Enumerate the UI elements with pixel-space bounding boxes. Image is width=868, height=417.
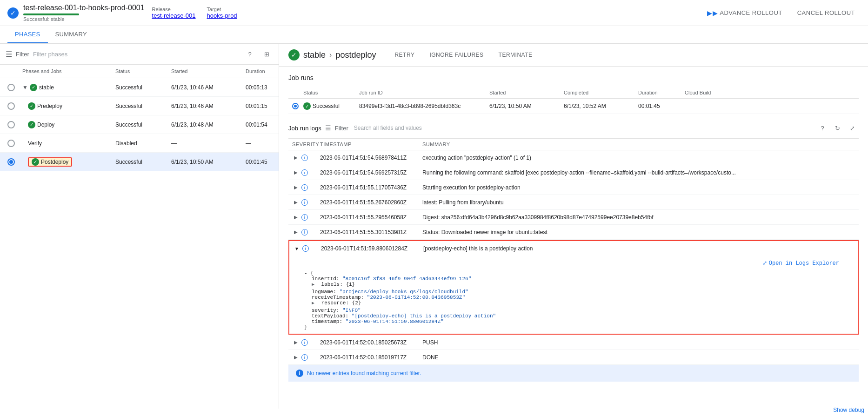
- job-table-header: Status Job run ID Started Completed Dura…: [288, 87, 859, 99]
- release-meta: Release test-release-001: [152, 7, 196, 19]
- open-logs-explorer-link[interactable]: ⤢ Open in Logs Explorer: [759, 258, 843, 269]
- lth-summary: SUMMARY: [419, 139, 859, 150]
- tab-phases[interactable]: PHASES: [7, 26, 48, 43]
- th-radio: [6, 65, 20, 78]
- log-summary-9: DONE: [419, 352, 859, 363]
- breadcrumb-phase: stable: [303, 50, 326, 60]
- no-entries-info-icon: i: [296, 370, 303, 377]
- expand-icon-stable[interactable]: ▼: [22, 84, 28, 91]
- job-completed: 6/1/23, 10:52 AM: [562, 102, 636, 110]
- log-timestamp-2: 2023-06-01T14:51:54.569257315Z: [316, 168, 419, 178]
- row-name-deploy: ✓ Deploy: [20, 119, 114, 130]
- row-started-predeploy: 6/1/23, 10:46 AM: [169, 101, 244, 111]
- main-layout: ☰ Filter ? ⊞ Phases and Jobs Status Star…: [0, 44, 868, 409]
- row-status-postdeploy: Successful: [114, 157, 169, 167]
- app-header: ✓ test-release-001-to-hooks-prod-0001 Su…: [0, 0, 868, 26]
- radio-predeploy[interactable]: [7, 102, 15, 110]
- jth-radio: [290, 87, 301, 98]
- row-name-verify: Verify: [20, 138, 114, 148]
- table-row[interactable]: ✓ Deploy Successful 6/1/23, 10:48 AM 00:…: [0, 115, 279, 134]
- row-radio-verify: [6, 138, 20, 149]
- log-severity-5: ▶ i: [288, 212, 316, 223]
- log-expand-icon-2[interactable]: ▶: [292, 169, 300, 176]
- log-timestamp-7: 2023-06-01T14:51:59.880601284Z: [317, 243, 420, 254]
- jth-completed: Completed: [562, 87, 636, 98]
- row-started-stable: 6/1/23, 10:46 AM: [169, 82, 244, 93]
- row-radio-postdeploy: [6, 156, 20, 168]
- log-expand-icon-1[interactable]: ▶: [292, 154, 300, 161]
- postdeploy-highlight: ✓ Postdeploy: [28, 157, 72, 167]
- target-meta: Target hooks-prod: [207, 7, 237, 19]
- log-row-highlighted: ▼ i 2023-06-01T14:51:59.880601284Z [post…: [288, 240, 859, 335]
- table-row[interactable]: ✓ Postdeploy Successful 6/1/23, 10:50 AM…: [0, 153, 279, 171]
- log-expanded-body: ⤢ Open in Logs Explorer - { insertId: "8…: [289, 256, 858, 334]
- expand-resource-icon[interactable]: ▶: [312, 300, 318, 308]
- cancel-rollout-button[interactable]: CANCEL ROLLOUT: [792, 7, 861, 19]
- release-link[interactable]: test-release-001: [152, 12, 196, 19]
- log-refresh-icon[interactable]: ↻: [831, 121, 844, 135]
- retry-button[interactable]: RETRY: [389, 50, 420, 60]
- log-expand-icon-4[interactable]: ▶: [292, 199, 300, 206]
- advance-icon: ▶▶: [707, 9, 718, 17]
- expand-labels-icon[interactable]: ▶: [312, 282, 318, 289]
- show-debug-link[interactable]: Show debug: [833, 407, 864, 409]
- job-cloud-build: [683, 105, 857, 107]
- log-search-input[interactable]: [354, 125, 812, 131]
- row-started-verify: —: [169, 138, 244, 148]
- log-code-line: ▶ resource: {2}: [304, 300, 843, 308]
- row-started-postdeploy: 6/1/23, 10:50 AM: [169, 157, 244, 167]
- radio-postdeploy[interactable]: [7, 158, 15, 166]
- log-timestamp-3: 2023-06-01T14:51:55.117057436Z: [316, 182, 419, 193]
- target-link[interactable]: hooks-prod: [207, 12, 237, 19]
- log-summary-3: Starting execution for postdeploy-action: [419, 182, 859, 193]
- log-summary-1: executing action "postdeploy-action" (1 …: [419, 153, 859, 163]
- job-runs-section: Job runs Status Job run ID Started Compl…: [279, 67, 868, 118]
- left-panel: ☰ Filter ? ⊞ Phases and Jobs Status Star…: [0, 44, 279, 409]
- columns-icon[interactable]: ⊞: [260, 47, 273, 61]
- row-radio-deploy: [6, 119, 20, 130]
- log-expand-icon-9[interactable]: ▶: [292, 354, 300, 361]
- table-row[interactable]: Verify Disabled — — —: [0, 134, 279, 153]
- right-actions: RETRY IGNORE FAILURES TERMINATE: [389, 50, 538, 60]
- row-status-verify: Disabled: [114, 138, 169, 148]
- log-external-icon[interactable]: ⤢: [846, 121, 859, 135]
- log-title: Job run logs: [288, 125, 321, 132]
- terminate-button[interactable]: TERMINATE: [493, 50, 538, 60]
- filter-input[interactable]: [33, 51, 240, 58]
- row-name-postdeploy: ✓ Postdeploy: [20, 155, 114, 168]
- radio-verify[interactable]: [7, 140, 15, 147]
- jth-duration: Duration: [636, 87, 683, 98]
- log-expand-icon-5[interactable]: ▶: [292, 214, 300, 221]
- log-code-line: }: [304, 324, 843, 330]
- help-icon[interactable]: ?: [243, 47, 256, 61]
- log-expand-icon-7[interactable]: ▼: [293, 245, 300, 252]
- log-expand-icon-3[interactable]: ▶: [292, 184, 300, 191]
- radio-stable[interactable]: [7, 84, 15, 91]
- radio-deploy[interactable]: [7, 121, 15, 128]
- log-toolbar: Job run logs ☰ Filter ? ↻ ⤢: [288, 118, 859, 139]
- row-radio-predeploy: [6, 101, 20, 112]
- job-row[interactable]: ✓ Successful 83499ef3-f3d1-48c3-b898-269…: [288, 99, 859, 114]
- log-timestamp-9: 2023-06-01T14:52:00.185019717Z: [316, 352, 419, 363]
- left-toolbar: ☰ Filter ? ⊞: [0, 44, 279, 65]
- target-label: Target: [207, 7, 237, 12]
- log-table-header: SEVERITY TIMESTAMP SUMMARY: [288, 139, 859, 150]
- phases-table-header: Phases and Jobs Status Started Duration …: [0, 65, 279, 78]
- log-row: ▶ i 2023-06-01T14:51:54.569257315Z Runni…: [288, 165, 859, 180]
- ignore-failures-button[interactable]: IGNORE FAILURES: [424, 50, 489, 60]
- tab-summary[interactable]: SUMMARY: [48, 26, 94, 43]
- th-status: Status: [114, 65, 169, 78]
- job-radio-btn[interactable]: [292, 103, 299, 109]
- row-radio-stable: [6, 82, 20, 93]
- info-badge-3: i: [301, 184, 308, 191]
- log-help-icon[interactable]: ?: [816, 121, 829, 135]
- log-expand-icon-8[interactable]: ▶: [292, 339, 300, 346]
- advance-rollout-button[interactable]: ▶▶ ADVANCE ROLLOUT: [701, 7, 788, 20]
- log-severity-3: ▶ i: [288, 182, 316, 193]
- table-row[interactable]: ▼ ✓ stable Successful 6/1/23, 10:46 AM 0…: [0, 78, 279, 97]
- log-code-line: insertId: "8c01c16f-3f83-46f9-904f-4ad63…: [304, 276, 843, 282]
- log-expand-icon-6[interactable]: ▶: [292, 229, 300, 236]
- row-status-predeploy: Successful: [114, 101, 169, 111]
- table-row[interactable]: ✓ Predeploy Successful 6/1/23, 10:46 AM …: [0, 97, 279, 115]
- log-code-line: timestamp: "2023-06-01T14:51:59.88060128…: [304, 319, 843, 324]
